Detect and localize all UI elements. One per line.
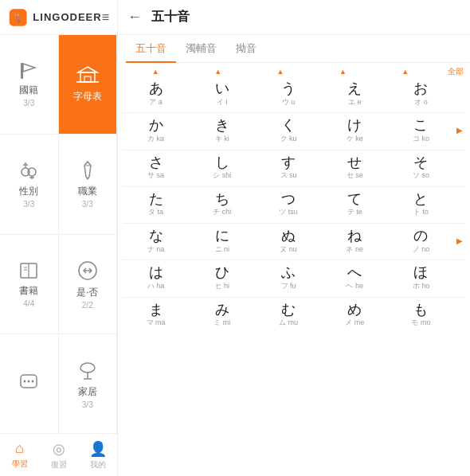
bottom-nav: ⌂ 學習 ◎ 復習 👤 我的 — [0, 433, 117, 476]
kana-cell-na[interactable]: な ナ na — [123, 225, 189, 256]
lamp-icon — [77, 358, 98, 382]
svg-point-16 — [28, 380, 30, 382]
tab-dakuten[interactable]: 濁輔音 — [176, 35, 226, 62]
kana-cell-chi[interactable]: ち チ chi — [189, 189, 255, 220]
svg-marker-18 — [78, 67, 97, 72]
person-icon: 👤 — [89, 440, 107, 458]
col-arrow-o[interactable]: ▲ — [374, 68, 437, 76]
category-nationality-label: 國籍 — [19, 84, 38, 97]
nav-learn[interactable]: ⌂ 學習 — [0, 440, 39, 470]
vocab-card-alphabet[interactable]: 字母表 — [59, 35, 117, 135]
kana-cell-hi[interactable]: ひ ヒ hi — [189, 262, 255, 293]
back-icon[interactable]: ← — [127, 9, 142, 25]
svg-marker-3 — [23, 64, 35, 72]
circle-icon: ◎ — [53, 440, 65, 458]
category-books[interactable]: 書籍 4/4 — [0, 235, 58, 334]
categories-list: 國籍 3/3 性別 3/3 — [0, 35, 59, 433]
nav-profile[interactable]: 👤 我的 — [78, 440, 117, 470]
vocab-card-furniture-label: 家居 — [78, 385, 97, 399]
kana-cell-su[interactable]: す ス su — [255, 152, 321, 183]
kana-cell-shi[interactable]: し シ shi — [189, 152, 255, 183]
category-chat[interactable] — [0, 334, 58, 433]
col-arrow-u[interactable]: ▲ — [249, 68, 311, 76]
kana-cell-e[interactable]: え エ e — [322, 78, 388, 109]
svg-point-15 — [24, 380, 26, 382]
kana-cell-mo[interactable]: も モ mo — [388, 299, 454, 330]
vocab-card-occupation[interactable]: 職業 3/3 — [59, 135, 117, 234]
row-arrow-ka[interactable]: ▶ — [454, 126, 465, 135]
menu-icon[interactable]: ≡ — [102, 10, 109, 25]
kana-sub-i: イ i — [217, 98, 228, 107]
kana-sub-e: エ e — [348, 98, 362, 107]
col-arrow-a[interactable]: ▲ — [124, 68, 186, 76]
kana-cell-ku[interactable]: く ク ku — [255, 115, 321, 146]
kana-sub-u: ウ u — [282, 98, 296, 107]
col-arrow-i[interactable]: ▲ — [186, 68, 249, 76]
vocab-cards-list: 字母表 職業 3/3 — [59, 35, 118, 433]
nav-profile-label: 我的 — [90, 459, 106, 470]
kana-main-e: え — [347, 80, 362, 98]
tab-combo[interactable]: 拗音 — [226, 35, 266, 62]
kana-cell-ne[interactable]: ね ネ ne — [322, 225, 388, 256]
row-arrow-na[interactable]: ▶ — [454, 236, 465, 245]
svg-marker-22 — [84, 162, 91, 179]
category-gender[interactable]: 性別 3/3 — [0, 135, 58, 234]
vocab-card-furniture[interactable]: 家居 3/3 — [59, 334, 117, 433]
svg-point-25 — [80, 363, 95, 373]
category-nationality-count: 3/3 — [23, 99, 34, 107]
col-arrow-e[interactable]: ▲ — [311, 68, 374, 76]
category-gender-label: 性別 — [19, 185, 38, 198]
kana-cell-ka[interactable]: か カ ka — [123, 115, 189, 146]
kana-row-ha: は ハ ha ひ ヒ hi ふ フ fu へ ヘ he ほ ホ ho — [123, 262, 465, 293]
column-arrows-row: ▲ ▲ ▲ ▲ ▲ 全部 — [123, 66, 465, 77]
kana-cell-u[interactable]: う ウ u — [255, 78, 321, 109]
tabs: 五十音 濁輔音 拗音 — [118, 35, 470, 63]
kana-cell-sa[interactable]: さ サ sa — [123, 152, 189, 183]
all-button[interactable]: 全部 — [448, 66, 464, 77]
app-logo-icon: 🦌 — [8, 6, 28, 29]
kana-cell-to[interactable]: と ト to — [388, 189, 454, 220]
vocab-card-occupation-label: 職業 — [78, 185, 97, 198]
nav-review[interactable]: ◎ 復習 — [39, 440, 78, 470]
kana-cell-ni[interactable]: に ニ ni — [189, 225, 255, 256]
kana-cell-he[interactable]: へ ヘ he — [322, 262, 388, 293]
vocab-card-yesno[interactable]: 是·否 2/2 — [59, 235, 117, 334]
kana-cell-nu[interactable]: ぬ ヌ nu — [255, 225, 321, 256]
kana-cell-te[interactable]: て テ te — [322, 189, 388, 220]
kana-cell-a[interactable]: あ ア a — [123, 78, 189, 109]
vocab-card-occupation-count: 3/3 — [82, 200, 93, 209]
kana-main-u: う — [281, 80, 296, 98]
kana-cell-fu[interactable]: ふ フ fu — [255, 262, 321, 293]
kana-sub-a: ア a — [149, 98, 163, 107]
kana-cell-i[interactable]: い イ i — [189, 78, 255, 109]
kana-cell-ke[interactable]: け ケ ke — [322, 115, 388, 146]
tab-gojuon[interactable]: 五十音 — [126, 35, 176, 62]
kana-cell-o[interactable]: お オ o — [388, 78, 454, 109]
app-header: 🦌 LINGODEER ≡ — [0, 0, 117, 35]
svg-text:🦌: 🦌 — [12, 12, 25, 25]
gender-icon — [18, 159, 40, 181]
right-title: 五十音 — [151, 9, 190, 25]
kana-row-ka: か カ ka き キ ki く ク ku け ケ ke こ コ ko ▶ — [123, 115, 465, 146]
kana-cell-ta[interactable]: た タ ta — [123, 189, 189, 220]
kana-row-ma: ま マ ma み ミ mi む ム mu め メ me も モ mo — [123, 299, 465, 330]
vocab-card-yesno-label: 是·否 — [76, 286, 98, 299]
kana-cell-me[interactable]: め メ me — [322, 299, 388, 330]
kana-cell-mi[interactable]: み ミ mi — [189, 299, 255, 330]
kana-cell-no[interactable]: の ノ no — [388, 225, 454, 256]
kana-cell-ki[interactable]: き キ ki — [189, 115, 255, 146]
kana-cell-ko[interactable]: こ コ ko — [388, 115, 454, 146]
kana-cell-se[interactable]: せ セ se — [322, 152, 388, 183]
arrows-icon — [76, 259, 100, 283]
kana-cell-mu[interactable]: む ム mu — [255, 299, 321, 330]
kana-grid: ▲ ▲ ▲ ▲ ▲ 全部 あ ア a い イ i う ウ u え エ — [118, 63, 470, 476]
kana-cell-ho[interactable]: ほ ホ ho — [388, 262, 454, 293]
chat-icon — [18, 372, 40, 392]
kana-cell-so[interactable]: そ ソ so — [388, 152, 454, 183]
category-nationality[interactable]: 國籍 3/3 — [0, 35, 58, 135]
kana-cell-tsu[interactable]: つ ツ tsu — [255, 189, 321, 220]
right-panel: ← 五十音 五十音 濁輔音 拗音 ▲ ▲ ▲ ▲ ▲ 全部 あ ア a い イ … — [118, 0, 470, 476]
app-logo-text: LINGODEER — [33, 11, 101, 23]
kana-cell-ha[interactable]: は ハ ha — [123, 262, 189, 293]
kana-cell-ma[interactable]: ま マ ma — [123, 299, 189, 330]
